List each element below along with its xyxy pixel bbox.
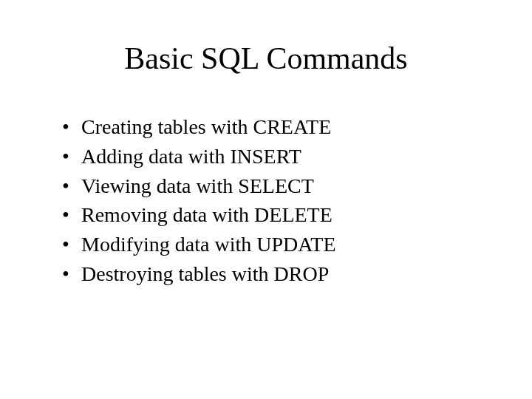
bullet-icon: • (59, 172, 81, 200)
bullet-text: Viewing data with SELECT (81, 172, 488, 200)
bullet-icon: • (59, 231, 81, 259)
list-item: • Removing data with DELETE (59, 201, 488, 229)
list-item: • Viewing data with SELECT (59, 172, 488, 200)
bullet-text: Creating tables with CREATE (81, 113, 488, 141)
list-item: • Destroying tables with DROP (59, 260, 488, 288)
list-item: • Modifying data with UPDATE (59, 231, 488, 259)
bullet-text: Removing data with DELETE (81, 201, 488, 229)
bullet-icon: • (59, 201, 81, 229)
bullet-list: • Creating tables with CREATE • Adding d… (44, 113, 488, 288)
slide-title: Basic SQL Commands (44, 41, 488, 76)
bullet-text: Destroying tables with DROP (81, 260, 488, 288)
list-item: • Adding data with INSERT (59, 143, 488, 171)
bullet-icon: • (59, 113, 81, 141)
bullet-icon: • (59, 260, 81, 288)
bullet-icon: • (59, 143, 81, 171)
bullet-text: Modifying data with UPDATE (81, 231, 488, 259)
bullet-text: Adding data with INSERT (81, 143, 488, 171)
slide-container: Basic SQL Commands • Creating tables wit… (0, 0, 532, 399)
list-item: • Creating tables with CREATE (59, 113, 488, 141)
